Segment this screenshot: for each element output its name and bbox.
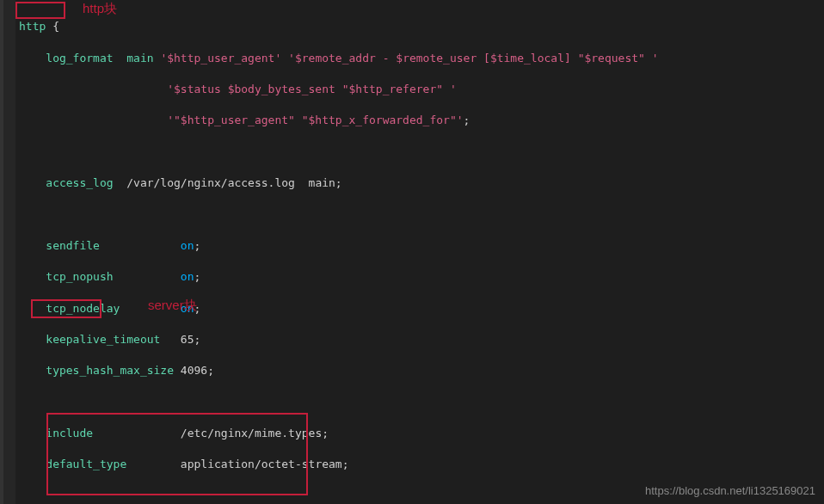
code-editor: http { log_format main '$http_user_agent… — [0, 0, 824, 504]
annotation-label-http: http块 — [83, 0, 117, 17]
kw-http: http — [19, 20, 52, 33]
gutter — [3, 0, 15, 504]
annotation-label-server: server块 — [148, 296, 197, 314]
watermark: https://blog.csdn.net/li1325169021 — [645, 483, 815, 499]
code-block: http { log_format main '$http_user_agent… — [3, 3, 824, 504]
